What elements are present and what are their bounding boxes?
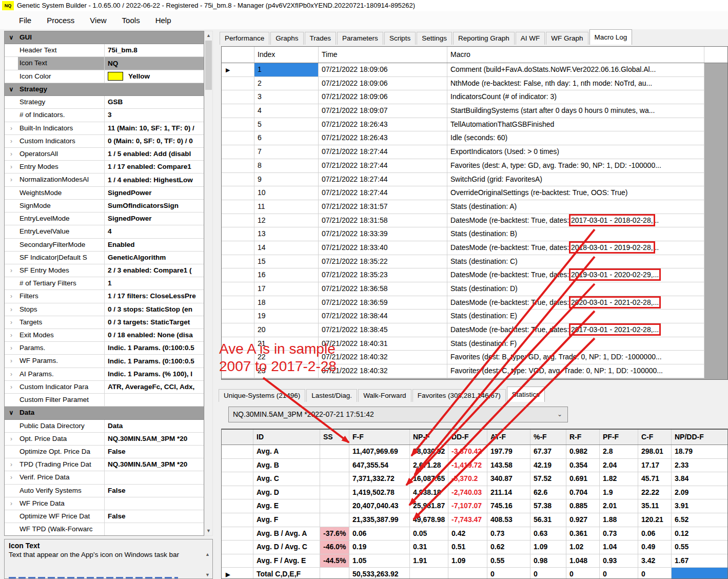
- row-selector[interactable]: [222, 541, 253, 554]
- macro-log-row-14[interactable]: 1407/21/2022 18:33:40DatesMode (re-backt…: [222, 241, 727, 255]
- stat-value-cell[interactable]: 62.6: [530, 486, 566, 500]
- statistics-row-avg-a[interactable]: Avg. A11,407,969.6958,030.92-3,370.42197…: [222, 445, 727, 459]
- stat-id-cell[interactable]: Avg. E: [253, 499, 320, 513]
- macro-index-cell[interactable]: 13: [254, 227, 319, 241]
- macro-time-cell[interactable]: 07/21/2022 18:36:58: [319, 282, 447, 296]
- tab-performance[interactable]: Performance: [220, 32, 269, 45]
- stat-ss-cell[interactable]: [320, 568, 349, 579]
- stat-value-cell[interactable]: 0.704: [566, 486, 600, 500]
- stat-value-cell[interactable]: 2,671.28: [410, 459, 448, 473]
- stat-ss-cell[interactable]: [320, 486, 349, 500]
- row-selector[interactable]: ▶: [222, 63, 254, 77]
- property-value[interactable]: 1 / 5 enabled: Add (disabl: [105, 148, 204, 160]
- chevron-down-icon[interactable]: ∨: [5, 407, 18, 419]
- macro-log-row-7[interactable]: 707/21/2022 18:27:44ExportIndicators (Us…: [222, 145, 727, 159]
- stat-value-cell[interactable]: [448, 568, 487, 579]
- property-value[interactable]: Indic. 1 Params. (% 100), I: [105, 368, 204, 380]
- macro-log-row-15[interactable]: 1507/21/2022 18:35:22Stats (destination:…: [222, 255, 727, 269]
- stat-value-cell[interactable]: 4,938.18: [410, 486, 448, 500]
- scroll-down-icon[interactable]: ▼: [205, 527, 212, 535]
- property-row-normalizationmodesal[interactable]: ›NormalizationModesAl1 / 4 enabled: High…: [5, 173, 204, 186]
- property-row-icon-text[interactable]: Icon TextNQ: [5, 57, 204, 70]
- macro-index-cell[interactable]: 17: [254, 282, 319, 296]
- statistics-row-avg-c[interactable]: Avg. C7,371,332.7216,087.65-5,370.2340.8…: [222, 472, 727, 486]
- macro-text-cell[interactable]: Favorites (dest: A, type: GD, avg. Trade…: [447, 159, 704, 173]
- stat-value-cell[interactable]: 0.73: [600, 527, 638, 541]
- expand-icon[interactable]: ›: [5, 264, 18, 277]
- row-selector[interactable]: [222, 445, 253, 459]
- stat-value-cell[interactable]: 340.87: [487, 472, 530, 486]
- stat-value-cell[interactable]: 2.09: [672, 486, 728, 500]
- expand-icon[interactable]: ›: [5, 329, 18, 341]
- macro-text-cell[interactable]: Favorites (dest: B, type: GD, avg. Trade…: [447, 351, 704, 364]
- description-scrollbar[interactable]: ▲ ▼: [204, 552, 211, 577]
- column-header-at-f[interactable]: AT-F: [487, 430, 530, 445]
- macro-log-row-17[interactable]: 1707/21/2022 18:36:58Stats (destination:…: [222, 282, 727, 296]
- property-value[interactable]: [105, 471, 204, 484]
- macro-time-cell[interactable]: 07/21/2022 18:27:44: [319, 186, 447, 200]
- stat-value-cell[interactable]: 3.91: [672, 499, 728, 513]
- property-row-tpd-trading-price-dat[interactable]: ›TPD (Trading Price DatNQ.30MIN.5AM_3PM …: [5, 458, 204, 471]
- macro-index-cell[interactable]: 14: [254, 241, 319, 255]
- macro-time-cell[interactable]: 07/21/2022 18:33:40: [319, 241, 447, 255]
- property-value[interactable]: [105, 523, 204, 535]
- stat-value-cell[interactable]: 56.31: [530, 513, 566, 527]
- macro-log-row-12[interactable]: 1207/21/2022 18:31:58DatesMode (re-backt…: [222, 214, 727, 228]
- stat-value-cell[interactable]: 2.04: [600, 459, 638, 473]
- column-header-time[interactable]: Time: [319, 47, 447, 63]
- scrollbar-thumb[interactable]: [205, 41, 212, 90]
- property-row-ai-params[interactable]: ›AI Params.Indic. 1 Params. (% 100), I: [5, 368, 204, 381]
- stat-value-cell[interactable]: 0.06: [349, 527, 410, 541]
- row-selector[interactable]: [222, 159, 254, 173]
- row-selector[interactable]: [222, 323, 254, 337]
- row-selector[interactable]: [222, 200, 254, 214]
- row-selector[interactable]: [222, 104, 254, 118]
- tab-ai-wf[interactable]: AI WF: [516, 32, 545, 45]
- macro-text-cell[interactable]: Stats (destination: A): [447, 200, 704, 214]
- property-row-targets[interactable]: ›Targets0 / 3 targets: StaticTarget: [5, 316, 204, 329]
- stat-value-cell[interactable]: 0.98: [530, 554, 566, 568]
- property-row-custom-indicator-para[interactable]: ›Custom Indicator ParaATR, AverageFc, CC…: [5, 381, 204, 394]
- column-header-macro[interactable]: Macro: [447, 47, 704, 63]
- macro-log-row-10[interactable]: 1007/21/2022 18:27:44OverrideOriginalSet…: [222, 186, 727, 200]
- row-selector[interactable]: [222, 472, 253, 486]
- stat-id-cell[interactable]: Avg. B: [253, 459, 320, 473]
- macro-log-row-13[interactable]: 1307/21/2022 18:33:39Stats (destination:…: [222, 227, 727, 241]
- property-row-public-data-directory[interactable]: Public Data DirectoryData: [5, 420, 204, 433]
- property-row-opt-price-data[interactable]: ›Opt. Price DataNQ.30MIN.5AM_3PM *20: [5, 433, 204, 446]
- property-row-custom-indicators[interactable]: ›Custom Indicators0 (Main: 0, SF: 0, TF:…: [5, 135, 204, 148]
- stat-value-cell[interactable]: 42.19: [530, 459, 566, 473]
- macro-log-row-9[interactable]: 907/21/2022 18:27:44SwitchGrid (grid: Fa…: [222, 173, 727, 187]
- macro-text-cell[interactable]: DatesMode (re-backtest: True, dates: 202…: [447, 296, 704, 310]
- property-section-data[interactable]: ∨Data: [5, 407, 204, 419]
- tab-statistics[interactable]: Statistics: [507, 387, 545, 402]
- row-selector[interactable]: [222, 214, 254, 228]
- stat-value-cell[interactable]: 1.09: [448, 554, 487, 568]
- macro-text-cell[interactable]: SwitchGrid (grid: FavoritesA): [447, 173, 704, 187]
- property-value[interactable]: GSB: [105, 96, 204, 108]
- tab-scripts[interactable]: Scripts: [384, 32, 416, 45]
- macro-text-cell[interactable]: OverrideOriginalSettings (re-backtest: T…: [447, 186, 704, 200]
- property-value[interactable]: 75i_bm.8: [105, 44, 204, 56]
- macro-time-cell[interactable]: 07/21/2022 18:26:43: [319, 118, 447, 132]
- macro-index-cell[interactable]: 1: [254, 63, 319, 77]
- property-value[interactable]: Data: [105, 420, 204, 432]
- property-value[interactable]: 4: [105, 225, 204, 238]
- macro-log-row-8[interactable]: 807/21/2022 18:27:44Favorites (dest: A, …: [222, 159, 727, 173]
- property-row-custom-filter-paramet[interactable]: Custom Filter Paramet: [5, 394, 204, 407]
- macro-index-cell[interactable]: 15: [254, 255, 319, 269]
- stat-value-cell[interactable]: -7,107.07: [448, 499, 487, 513]
- property-row-of-tertiary-filters[interactable]: # of Tertiary Filters1: [5, 277, 204, 290]
- macro-time-cell[interactable]: 07/21/2022 18:09:07: [319, 104, 447, 118]
- stat-value-cell[interactable]: 0.19: [349, 541, 410, 554]
- column-header-c-f[interactable]: C-F: [638, 430, 672, 445]
- macro-time-cell[interactable]: 07/21/2022 18:40:31: [319, 337, 447, 351]
- macro-time-cell[interactable]: 07/21/2022 18:09:06: [319, 63, 447, 77]
- stat-value-cell[interactable]: 1.09: [530, 541, 566, 554]
- stat-id-cell[interactable]: Avg. B / Avg. A: [253, 527, 320, 541]
- property-value[interactable]: ATR, AverageFc, CCI, Adx,: [105, 381, 204, 393]
- column-header-dd-f[interactable]: DD-F: [448, 430, 487, 445]
- stat-value-cell[interactable]: 0.93: [600, 554, 638, 568]
- chevron-down-icon[interactable]: ∨: [5, 83, 18, 95]
- tab-trades[interactable]: Trades: [305, 32, 337, 45]
